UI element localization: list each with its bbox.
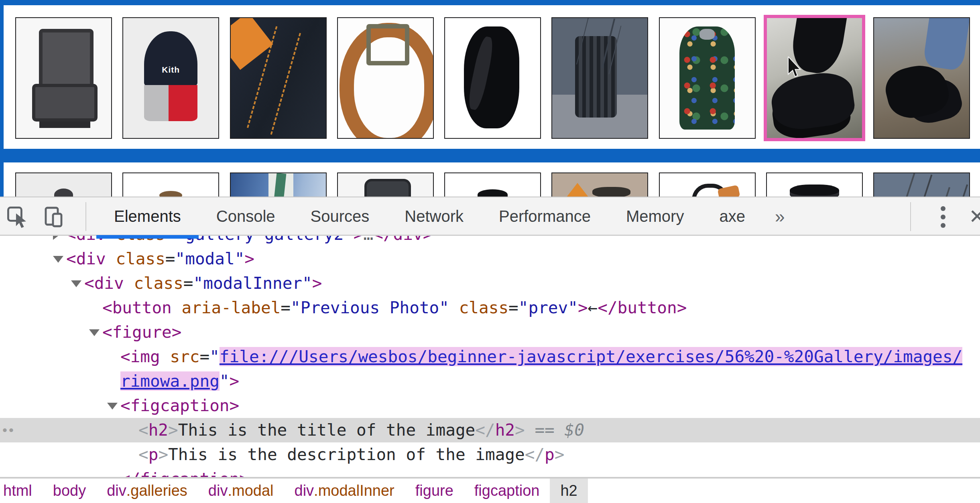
device-toolbar-icon[interactable] xyxy=(43,206,65,228)
img-src-link[interactable]: file:///Users/wesbos/beginner-javascript… xyxy=(220,347,962,366)
tab-sources[interactable]: Sources xyxy=(293,197,387,235)
breadcrumb-figcaption[interactable]: figcaption xyxy=(464,479,550,503)
dom-node-text: rimowa.png"> xyxy=(120,369,239,393)
mouse-cursor-icon xyxy=(787,57,803,79)
breadcrumb-h2[interactable]: h2 xyxy=(550,479,588,503)
tab-console[interactable]: Console xyxy=(199,197,293,235)
tab-overflow-chevron-icon[interactable]: » xyxy=(763,197,797,235)
dom-node-text: <figure> xyxy=(102,320,181,345)
gallery-thumbnail-floral-jacket[interactable] xyxy=(659,17,756,139)
gallery-left-border xyxy=(0,0,4,197)
close-devtools-icon[interactable]: ✕ xyxy=(969,204,980,229)
breadcrumb-div.modalInner[interactable]: div.modalInner xyxy=(284,479,405,503)
dom-tree-line[interactable]: <div class="modal"> xyxy=(0,247,980,271)
expand-arrow-icon[interactable] xyxy=(53,256,63,263)
dom-tree-line[interactable]: </figcaption> xyxy=(0,467,980,477)
dom-tree-line[interactable]: <figcaption> xyxy=(0,393,980,418)
devtools-toolbar: ElementsConsoleSourcesNetworkPerformance… xyxy=(0,197,980,236)
devtools-panel: <div class="gallery gallery2">…</div><di… xyxy=(0,197,980,503)
tab-memory[interactable]: Memory xyxy=(608,197,701,235)
gallery-thumbnail-denim-jeans[interactable] xyxy=(230,17,327,139)
expand-arrow-icon[interactable] xyxy=(89,329,100,336)
breadcrumb-body[interactable]: body xyxy=(43,479,96,503)
dom-node-text: <p>This is the description of the image<… xyxy=(138,442,564,467)
toolbar-separator xyxy=(910,202,911,231)
gallery-top-border xyxy=(0,0,980,5)
gallery-thumbnail-black-sneakers[interactable] xyxy=(764,15,865,141)
expand-arrow-icon[interactable] xyxy=(107,403,118,410)
dom-node-text: <img src="file:///Users/wesbos/beginner-… xyxy=(120,345,962,369)
dom-tree-line[interactable]: rimowa.png"> xyxy=(0,369,980,393)
dom-tree-line[interactable]: <p>This is the description of the image<… xyxy=(0,442,980,467)
tab-network[interactable]: Network xyxy=(387,197,481,235)
tab-performance[interactable]: Performance xyxy=(481,197,608,235)
tab-elements[interactable]: Elements xyxy=(96,197,199,235)
dom-tree-line[interactable]: <img src="file:///Users/wesbos/beginner-… xyxy=(0,345,980,369)
gallery-thumbnail-kith-hoodie[interactable]: Kith xyxy=(122,17,219,139)
gallery-thumbnail-vapormax-sneakers[interactable] xyxy=(873,17,970,139)
img-src-link[interactable]: rimowa.png xyxy=(120,371,220,391)
more-options-icon[interactable] xyxy=(938,206,948,228)
dom-node-text: <div class="modalInner"> xyxy=(84,271,322,296)
gallery-thumbnail-camp-chair[interactable] xyxy=(15,17,112,139)
tab-axe[interactable]: axe xyxy=(701,197,763,235)
breadcrumb-figure[interactable]: figure xyxy=(405,479,464,503)
toolbar-separator xyxy=(85,202,86,231)
hoodie-logo-text: Kith xyxy=(162,65,180,75)
dom-tree-line[interactable]: <div class="modalInner"> xyxy=(0,271,980,296)
breadcrumb-div.modal[interactable]: div.modal xyxy=(198,479,284,503)
expand-arrow-icon[interactable] xyxy=(71,280,81,287)
dom-node-text: <button aria-label="Previous Photo" clas… xyxy=(102,296,687,320)
gallery-thumbnail-black-backpack[interactable] xyxy=(444,17,541,139)
dom-node-text: <h2>This is the title of the image</h2> … xyxy=(138,418,584,442)
devtools-tab-bar: ElementsConsoleSourcesNetworkPerformance… xyxy=(96,197,797,235)
dom-node-text: <figcaption> xyxy=(120,393,239,418)
dom-node-text: </figcaption> xyxy=(120,467,249,477)
inspect-element-icon[interactable] xyxy=(6,206,29,228)
selected-line-gutter-dots: •• xyxy=(2,418,15,442)
browser-window: Kith <div class="gallery gallery2">…</di… xyxy=(0,0,980,503)
dom-node-text: <div class="modal"> xyxy=(66,247,254,271)
dom-tree-line[interactable]: <figure> xyxy=(0,320,980,345)
gallery-divider-border xyxy=(0,149,980,162)
breadcrumb-div.galleries[interactable]: div.galleries xyxy=(96,479,198,503)
dom-tree-line[interactable]: <button aria-label="Previous Photo" clas… xyxy=(0,296,980,320)
gallery-thumbnail-leather-belt[interactable] xyxy=(337,17,434,139)
breadcrumb-html[interactable]: html xyxy=(0,479,43,503)
gallery-thumbnail-rimowa-suitcase[interactable] xyxy=(551,17,648,139)
dom-tree-line[interactable]: <h2>This is the title of the image</h2> … xyxy=(0,418,980,442)
breadcrumb: htmlbodydiv.galleriesdiv.modaldiv.modalI… xyxy=(0,477,980,503)
